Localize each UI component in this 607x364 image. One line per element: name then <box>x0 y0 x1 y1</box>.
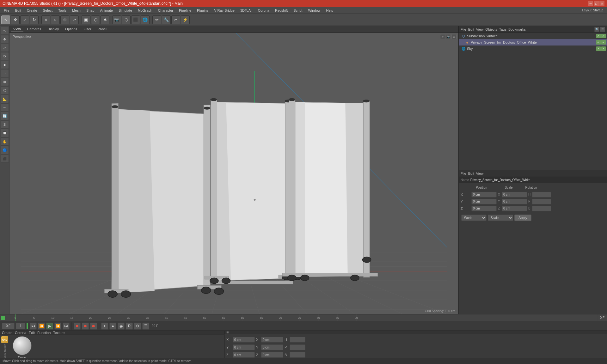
left-deform-button[interactable]: ↔ <box>1 103 9 112</box>
coord-z-input[interactable] <box>233 352 255 358</box>
menu-file[interactable]: File <box>1 8 12 13</box>
record-all-button[interactable]: ⏺ <box>82 323 89 330</box>
menu-select[interactable]: Select <box>40 8 55 13</box>
render-region-button[interactable]: ⬡ <box>91 15 100 24</box>
object-item-subdivision[interactable]: ⬡ Subdivision Surface ✓ ✓ <box>459 33 607 39</box>
menu-snap[interactable]: Snap <box>84 8 97 13</box>
viewport-tab-panel[interactable]: Panel <box>95 27 109 32</box>
coord-x-input[interactable] <box>233 337 255 343</box>
menu-script[interactable]: Script <box>291 8 305 13</box>
rotate-tool-button[interactable]: ↻ <box>30 15 39 24</box>
left-select-button[interactable]: ↖ <box>1 27 9 35</box>
left-hair-button[interactable]: 🔲 <box>1 129 9 137</box>
menu-character[interactable]: Character <box>156 8 176 13</box>
coord-sx-input[interactable] <box>261 337 283 343</box>
obj-render-button-sky[interactable]: ✓ <box>601 46 606 51</box>
pen-tool-button[interactable]: ✏ <box>152 15 161 24</box>
obj-render-button-privacy[interactable]: ✓ <box>601 40 606 45</box>
left-rotate-button[interactable]: ↻ <box>1 52 9 60</box>
left-cube-button[interactable]: ■ <box>1 61 9 69</box>
am-edit-menu[interactable]: Edit <box>468 172 474 175</box>
coord-py-input[interactable] <box>290 344 305 350</box>
coord-x-rot[interactable] <box>532 192 551 197</box>
apply-button[interactable]: Apply <box>514 215 531 221</box>
obj-render-button-subdivision[interactable]: ✓ <box>601 34 606 38</box>
viewport-tab-cameras[interactable]: Cameras <box>25 27 44 32</box>
select-tool-button[interactable]: ↖ <box>1 15 10 24</box>
viewport-settings-button[interactable]: ⚙ <box>451 34 457 39</box>
close-button[interactable]: ✕ <box>599 1 604 6</box>
list-button[interactable]: ☰ <box>142 323 149 330</box>
viewport-tab-options[interactable]: Options <box>63 27 80 32</box>
menu-create[interactable]: Create <box>24 8 40 13</box>
menu-mograph[interactable]: MoGraph <box>135 8 155 13</box>
next-frame-button[interactable]: ⏩ <box>54 323 61 330</box>
coord-z-rot[interactable] <box>532 206 551 211</box>
current-frame-input[interactable] <box>2 323 15 329</box>
om-view-menu[interactable]: View <box>476 27 484 31</box>
viewport-camera-button[interactable]: 📷 <box>446 34 451 39</box>
coord-z-pos[interactable] <box>471 206 497 211</box>
left-scale-button[interactable]: ⤢ <box>1 44 9 52</box>
menu-mesh[interactable]: Mesh <box>70 8 83 13</box>
freehand-select-button[interactable]: ↗ <box>70 15 79 24</box>
menu-tools[interactable]: Tools <box>56 8 69 13</box>
mat-create-menu[interactable]: Create <box>2 331 12 335</box>
menu-help[interactable]: Help <box>324 8 336 13</box>
left-sphere-button[interactable]: ○ <box>1 69 9 77</box>
left-char-button[interactable]: S <box>1 120 9 129</box>
coord-y-pos[interactable] <box>471 199 497 204</box>
jump-end-button[interactable]: ⏭ <box>63 323 70 330</box>
coord-y-scale[interactable] <box>502 199 527 204</box>
menu-simulate[interactable]: Simulate <box>116 8 135 13</box>
rect-select-button[interactable]: ⊕ <box>60 15 69 24</box>
menu-window[interactable]: Window <box>305 8 323 13</box>
coord-y-rot[interactable] <box>532 199 551 204</box>
mat-function-menu[interactable]: Function <box>37 331 51 335</box>
am-view-menu[interactable]: View <box>476 172 484 175</box>
om-objects-menu[interactable]: Objects <box>485 27 497 31</box>
keyframe-button[interactable]: ✦ <box>101 323 108 330</box>
edge-cut-button[interactable]: ✂ <box>171 15 180 24</box>
light-button[interactable]: ⬡ <box>122 15 131 24</box>
menu-plugins[interactable]: Plugins <box>194 8 211 13</box>
om-file-menu[interactable]: File <box>461 27 466 31</box>
menu-pipeline[interactable]: Pipeline <box>176 8 194 13</box>
live-select-button[interactable]: ✕ <box>41 15 50 24</box>
coord-hx-input[interactable] <box>290 337 305 343</box>
menu-edit[interactable]: Edit <box>13 8 24 13</box>
menu-redshift[interactable]: Redshift <box>273 8 290 13</box>
circle-select-button[interactable]: ○ <box>51 15 60 24</box>
om-filter-button[interactable]: ☰ <box>600 27 605 32</box>
left-nurbs-button[interactable]: ⊕ <box>1 78 9 86</box>
left-spline-button[interactable]: ⬡ <box>1 86 9 94</box>
om-edit-menu[interactable]: Edit <box>468 27 474 31</box>
minimize-button[interactable]: ─ <box>588 1 593 6</box>
viewport-fit-button[interactable]: ⤢ <box>440 34 445 39</box>
object-item-privacy-screen[interactable]: ◈ Privacy_Screen_for_Doctors_Office_Whit… <box>459 39 607 46</box>
viewport-canvas[interactable]: X Y Z Perspective Grid Spacing: 100 cm ⤢… <box>9 33 458 314</box>
om-bookmarks-menu[interactable]: Bookmarks <box>508 27 526 31</box>
scale-dropdown[interactable]: Scale <box>488 215 513 221</box>
obj-vis-button-sky[interactable]: ✓ <box>596 46 601 51</box>
obj-vis-button-privacy[interactable]: ✓ <box>596 40 601 45</box>
am-file-menu[interactable]: File <box>461 172 466 175</box>
object-item-sky[interactable]: 🌐 Sky ✓ ✓ <box>459 46 607 52</box>
autokey-button[interactable]: ● <box>109 323 116 330</box>
poly-pen-button[interactable]: 🔧 <box>162 15 171 24</box>
sky-button[interactable]: 🌐 <box>141 15 150 24</box>
timeline-track[interactable]: 0 5 10 15 20 25 30 35 40 <box>6 314 598 321</box>
coord-sy-input[interactable] <box>261 344 283 350</box>
param-button[interactable]: P <box>126 323 133 330</box>
viewport-tab-view[interactable]: View <box>11 27 23 32</box>
menu-corona[interactable]: Corona <box>255 8 272 13</box>
om-tags-menu[interactable]: Tags <box>499 27 506 31</box>
left-extra-button[interactable]: ⬛ <box>1 155 9 163</box>
record-selected-button[interactable]: ⏺ <box>90 323 97 330</box>
left-paint-button[interactable]: ✋ <box>1 137 9 146</box>
record-button[interactable]: ⏺ <box>74 323 81 330</box>
camera-button[interactable]: 📷 <box>112 15 121 24</box>
menu-3dtoall[interactable]: 3DToAll <box>238 8 255 13</box>
coord-bz-input[interactable] <box>290 352 305 358</box>
rig-button[interactable]: ⚙ <box>134 323 141 330</box>
